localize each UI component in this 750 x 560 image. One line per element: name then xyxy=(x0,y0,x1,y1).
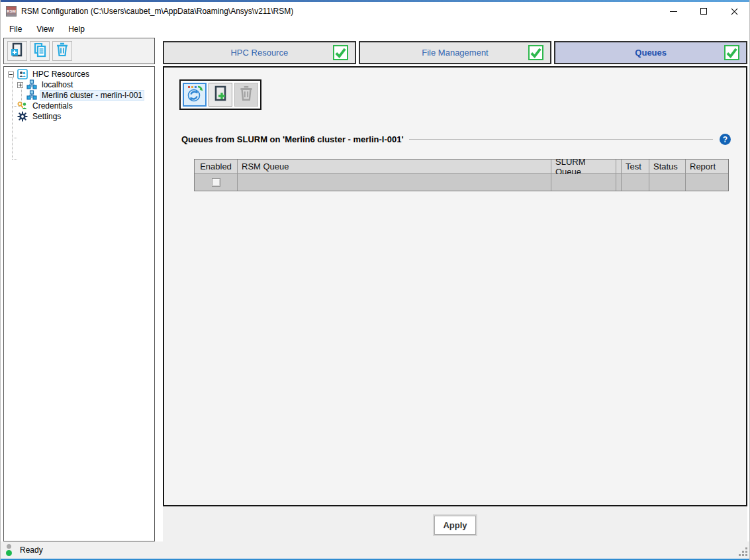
tab-label: HPC Resource xyxy=(230,48,288,58)
tab-valid-check-icon xyxy=(528,45,543,60)
tree-item-label: Merlin6 cluster - merlin-l-001 xyxy=(40,91,144,100)
tree-item-localhost[interactable]: localhost xyxy=(17,79,74,90)
minimize-icon xyxy=(670,11,677,12)
tree-guide-line xyxy=(12,159,17,160)
tab-valid-check-icon xyxy=(333,45,348,60)
cluster-icon xyxy=(26,90,37,101)
tab-queues[interactable]: Queues xyxy=(554,41,747,64)
menu-view[interactable]: View xyxy=(30,22,60,36)
trash-disabled-icon xyxy=(238,85,255,105)
copy-icon xyxy=(32,42,48,60)
status-text: Ready xyxy=(20,545,43,555)
column-header-spacer xyxy=(616,160,622,174)
section-title: Queues from SLURM on 'Merlin6 cluster - … xyxy=(181,134,404,144)
config-tabs: HPC Resource File Management Queues xyxy=(163,41,747,64)
slurm-queue-cell[interactable] xyxy=(551,174,616,191)
menu-file[interactable]: File xyxy=(3,22,28,36)
tree-item-label: Settings xyxy=(31,112,62,121)
collapse-expander-icon[interactable] xyxy=(8,71,14,77)
tree-item-merlin6-cluster[interactable]: Merlin6 cluster - merlin-l-001 xyxy=(26,90,144,101)
close-button[interactable] xyxy=(719,2,749,21)
close-icon xyxy=(731,8,738,15)
delete-resource-button[interactable] xyxy=(52,41,72,61)
table-row xyxy=(195,174,728,191)
tree-item-hpc-resources[interactable]: HPC Resources xyxy=(8,69,91,79)
menu-help[interactable]: Help xyxy=(62,22,91,36)
add-resource-button[interactable] xyxy=(7,41,27,61)
refresh-icon xyxy=(185,84,204,105)
report-cell xyxy=(686,174,728,191)
tree-item-label: HPC Resources xyxy=(31,70,91,79)
resize-grip[interactable] xyxy=(739,547,747,556)
status-dot-active xyxy=(6,550,12,556)
column-header-report: Report xyxy=(686,160,728,174)
menu-bar: File View Help xyxy=(1,21,749,38)
resource-tree: HPC Resources localhost xyxy=(3,66,155,541)
tab-label: Queues xyxy=(635,48,667,58)
tree-guide-line xyxy=(12,75,13,160)
column-header-rsm-queue: RSM Queue xyxy=(238,160,551,174)
copy-resource-button[interactable] xyxy=(30,41,50,61)
help-icon[interactable]: ? xyxy=(720,134,731,145)
table-header-row: Enabled RSM Queue SLURM Queue Test Statu… xyxy=(195,160,728,174)
apply-button[interactable]: Apply xyxy=(434,516,475,535)
queues-panel: Queues from SLURM on 'Merlin6 cluster - … xyxy=(163,66,747,506)
cluster-icon xyxy=(26,79,37,90)
add-page-icon xyxy=(211,84,230,105)
column-header-slurm-queue: SLURM Queue xyxy=(551,160,616,174)
resource-toolbar xyxy=(3,38,155,64)
status-cell xyxy=(649,174,686,191)
refresh-queues-button[interactable] xyxy=(183,83,207,107)
section-header: Queues from SLURM on 'Merlin6 cluster - … xyxy=(181,134,731,145)
window-title: RSM Configuration (C:\Users\caubet_m\App… xyxy=(21,7,293,16)
column-header-enabled: Enabled xyxy=(195,160,238,174)
hpc-resources-icon xyxy=(17,69,28,79)
maximize-icon xyxy=(700,8,707,15)
queues-toolbar xyxy=(179,79,261,110)
add-queue-button[interactable] xyxy=(209,83,232,107)
rsm-configuration-window: RSM RSM Configuration (C:\Users\caubet_m… xyxy=(0,0,750,560)
minimize-button[interactable] xyxy=(658,2,688,21)
trash-icon xyxy=(54,42,70,60)
tab-hpc-resource[interactable]: HPC Resource xyxy=(163,41,356,64)
queues-table: Enabled RSM Queue SLURM Queue Test Statu… xyxy=(194,159,729,191)
title-bar[interactable]: RSM RSM Configuration (C:\Users\caubet_m… xyxy=(1,2,749,21)
status-indicator-icon xyxy=(6,544,12,556)
tree-item-credentials[interactable]: Credentials xyxy=(17,101,74,111)
enabled-cell xyxy=(195,174,238,191)
tree-item-label: Credentials xyxy=(31,101,74,111)
tree-item-label: localhost xyxy=(40,80,74,89)
delete-queue-button xyxy=(234,83,258,107)
settings-gear-icon xyxy=(17,111,28,122)
status-bar: Ready xyxy=(1,541,749,559)
app-icon: RSM xyxy=(6,6,17,17)
section-divider xyxy=(409,139,713,140)
expand-expander-icon[interactable] xyxy=(17,82,23,88)
add-page-icon xyxy=(9,42,25,60)
status-dot-inactive xyxy=(7,544,11,549)
column-header-test: Test xyxy=(622,160,649,174)
tab-valid-check-icon xyxy=(724,45,739,60)
tab-label: File Management xyxy=(422,48,488,58)
rsm-queue-cell[interactable] xyxy=(238,174,551,191)
tree-item-settings[interactable]: Settings xyxy=(17,111,62,122)
maximize-button[interactable] xyxy=(688,2,719,21)
tab-file-management[interactable]: File Management xyxy=(359,41,552,64)
column-header-status: Status xyxy=(649,160,686,174)
spacer-cell xyxy=(616,174,622,191)
apply-area: Apply xyxy=(163,506,747,541)
tree-guide-line xyxy=(12,138,17,138)
credentials-icon xyxy=(17,101,28,111)
enabled-checkbox[interactable] xyxy=(212,178,220,187)
test-cell[interactable] xyxy=(622,174,649,191)
